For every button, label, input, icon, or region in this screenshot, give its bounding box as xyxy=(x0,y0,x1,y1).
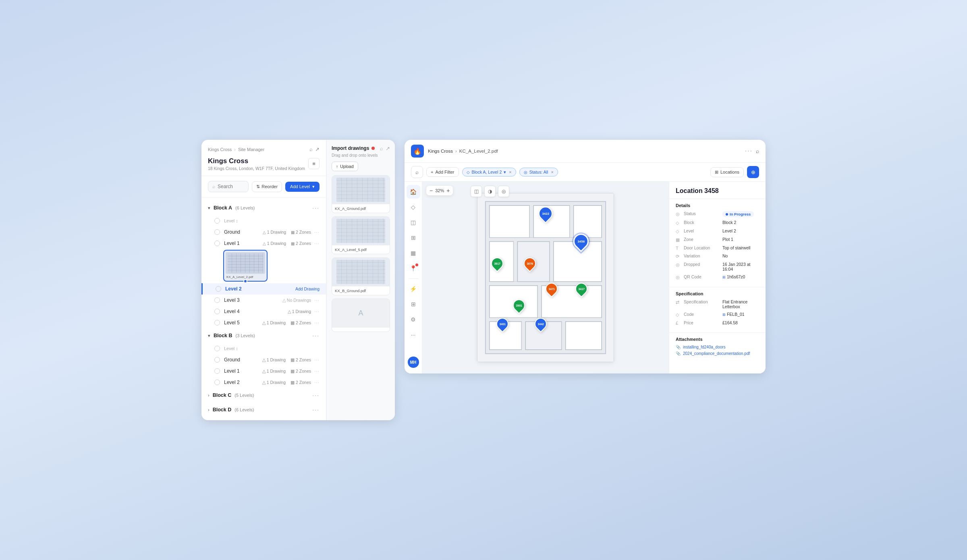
level-row-4-a[interactable]: Level 4 △1 Drawing ··· xyxy=(201,306,326,317)
level-row-5-a[interactable]: Level 5 △1 Drawing ▦2 Zones ··· xyxy=(201,317,326,328)
zoom-out-button[interactable]: − xyxy=(430,187,433,194)
sidebar-icon-diamond[interactable]: ◇ xyxy=(407,200,420,214)
level-more-ground-b[interactable]: ··· xyxy=(314,357,320,363)
export-icon[interactable]: ↗ xyxy=(315,146,320,152)
block-c-header[interactable]: › Block C (5 Levels) ··· xyxy=(201,388,326,402)
pin-3422[interactable]: 3422 xyxy=(539,207,552,220)
contrast-icon[interactable]: ◑ xyxy=(484,186,496,197)
screenshot-icon[interactable]: ◫ xyxy=(471,186,482,197)
door-value: Top of stairwell xyxy=(722,245,759,250)
level-check-ground-b[interactable] xyxy=(214,357,220,363)
add-level-button[interactable]: Add Level ▾ xyxy=(285,182,320,192)
reorder-button[interactable]: ⇅ Reorder xyxy=(252,181,282,192)
level-row-ground-a[interactable]: Ground △1 Drawing ▦2 Zones ··· xyxy=(201,226,326,238)
level-row-2-a[interactable]: Level 2 Add Drawing xyxy=(201,283,326,295)
rp-blue-action-button[interactable]: ⊕ xyxy=(747,166,759,178)
sidebar-icon-lightning[interactable]: ⚡ xyxy=(407,282,420,296)
drawing-card-1[interactable]: KX_A_Level_5.pdf xyxy=(332,216,390,254)
search-input[interactable] xyxy=(218,184,244,189)
level-row-1-a[interactable]: Level 1 △1 Drawing ▦2 Zones ··· xyxy=(201,238,326,249)
level-check-4-a[interactable] xyxy=(214,309,220,314)
pin-3901[interactable]: 3901 xyxy=(513,299,525,311)
search-import-icon[interactable]: ⌕ xyxy=(380,145,383,151)
sidebar-icon-mappin[interactable]: 📍 xyxy=(407,261,420,275)
drawings-2-b: △1 Drawing xyxy=(262,380,286,385)
zones-1-b: ▦2 Zones xyxy=(291,369,311,373)
pin-3471[interactable]: 3471 xyxy=(546,283,558,295)
level-checkbox[interactable] xyxy=(214,218,220,224)
level-more-1-b[interactable]: ··· xyxy=(314,368,320,374)
status-field-icon: ◎ xyxy=(676,212,681,217)
pin-3417[interactable]: 3417 xyxy=(575,283,587,295)
zoom-in-button[interactable]: + xyxy=(446,187,450,194)
rp-search-button[interactable]: ⌕ xyxy=(411,166,423,178)
pin-3442[interactable]: 3442 xyxy=(535,318,547,330)
block-d-header[interactable]: › Block D (6 Levels) ··· xyxy=(201,402,326,417)
drawing-handle[interactable] xyxy=(243,279,247,283)
block-a-header[interactable]: ▾ Block A (6 Levels) ··· xyxy=(201,201,326,215)
attachment-0[interactable]: 📎 installing_fd240a_doors xyxy=(676,345,759,349)
di-1b: △ xyxy=(262,369,266,373)
add-filter-button[interactable]: + Add Filter xyxy=(426,167,459,177)
header-search-icon[interactable]: ⌕ xyxy=(756,148,759,154)
header-more-icon[interactable]: ··· xyxy=(745,147,753,155)
sidebar-icon-dots[interactable]: ⊞ xyxy=(407,297,420,311)
pin-3401[interactable]: 3401 xyxy=(496,318,508,330)
sidebar-icon-grid[interactable]: ⊞ xyxy=(407,231,420,245)
level-more-5-a[interactable]: ··· xyxy=(314,320,320,326)
sidebar-icon-barchart[interactable]: ▦ xyxy=(407,246,420,260)
level-row-1-b[interactable]: Level 1 △1 Drawing ▦2 Zones ··· xyxy=(201,365,326,377)
drawing-card-3[interactable]: A xyxy=(332,299,390,332)
level-more-4-a[interactable]: ··· xyxy=(314,309,320,314)
block-filter-chip[interactable]: ◇ Block A, Level 2 ▾ × xyxy=(462,168,516,176)
level-check-1-a[interactable] xyxy=(214,241,220,246)
level-checkbox-b[interactable] xyxy=(214,346,220,351)
pin-3458[interactable]: 3458 xyxy=(573,234,589,249)
level-more-2-b[interactable]: ··· xyxy=(314,380,320,385)
pin-3917[interactable]: 3917 xyxy=(491,257,503,270)
status-filter-close[interactable]: × xyxy=(551,170,553,174)
breadcrumb-site[interactable]: Kings Cross xyxy=(208,147,232,152)
block-b-more[interactable]: ··· xyxy=(312,332,320,339)
upload-button[interactable]: ↑ Upload xyxy=(332,162,358,171)
details-heading: Details xyxy=(676,203,759,208)
level-check-2-b[interactable] xyxy=(214,380,220,385)
user-avatar[interactable]: MH xyxy=(408,357,419,368)
view-icon[interactable]: ◎ xyxy=(498,186,509,197)
status-filter-chip[interactable]: ◎ Status: All × xyxy=(519,168,558,176)
level-more-1-a[interactable]: ··· xyxy=(314,241,320,246)
drawing-card-2[interactable]: KX_B_Ground.pdf xyxy=(332,257,390,295)
level-more-3-a[interactable]: ··· xyxy=(314,297,320,303)
export-import-icon[interactable]: ↗ xyxy=(386,145,390,151)
drawing-card-0[interactable]: KX_A_Ground.pdf xyxy=(332,175,390,213)
attachment-1[interactable]: 📎 2024_compliance_documentation.pdf xyxy=(676,351,759,356)
settings-icon[interactable]: ≡ xyxy=(308,158,320,169)
block-b-header[interactable]: ▾ Block B (3 Levels) ··· xyxy=(201,328,326,343)
level-row-3-a[interactable]: Level 3 △ No Drawings ··· xyxy=(201,295,326,306)
add-drawing-btn[interactable]: Add Drawing xyxy=(295,286,320,291)
search-box[interactable]: ⌕ xyxy=(208,181,249,192)
level-check-ground-a[interactable] xyxy=(214,229,220,235)
sidebar-icon-more[interactable]: ··· xyxy=(407,328,420,342)
level-check-3-a[interactable] xyxy=(214,297,220,303)
block-filter-close[interactable]: × xyxy=(509,170,511,174)
sidebar-icon-building[interactable]: 🏠 xyxy=(407,185,420,199)
locations-button[interactable]: ⊞ Locations xyxy=(710,167,744,177)
level-row-2-b[interactable]: Level 2 △1 Drawing ▦2 Zones ··· xyxy=(201,377,326,388)
level-more-ground-a[interactable]: ··· xyxy=(314,229,320,235)
block-c-more[interactable]: ··· xyxy=(312,392,320,398)
sidebar-icon-gear[interactable]: ⚙ xyxy=(407,313,420,326)
search-icon[interactable]: ⌕ xyxy=(309,146,313,152)
level-check-2-a[interactable] xyxy=(216,286,221,292)
import-subtitle: Drag and drop onto levels xyxy=(332,153,390,158)
level-check-5-a[interactable] xyxy=(214,320,220,326)
rp-breadcrumb-site[interactable]: Kings Cross xyxy=(428,149,453,153)
drawing-thumbnail[interactable]: KX_A_Level_2.pdf xyxy=(223,250,268,282)
pin-3078[interactable]: 3078 xyxy=(524,257,536,270)
block-a-more[interactable]: ··· xyxy=(312,205,320,211)
floor-plan-map[interactable]: − 32% + ◫ ◑ ◎ xyxy=(422,182,669,373)
block-d-more[interactable]: ··· xyxy=(312,407,320,413)
sidebar-icon-layers[interactable]: ◫ xyxy=(407,216,420,229)
level-row-ground-b[interactable]: Ground △1 Drawing ▦2 Zones ··· xyxy=(201,354,326,365)
level-check-1-b[interactable] xyxy=(214,368,220,374)
